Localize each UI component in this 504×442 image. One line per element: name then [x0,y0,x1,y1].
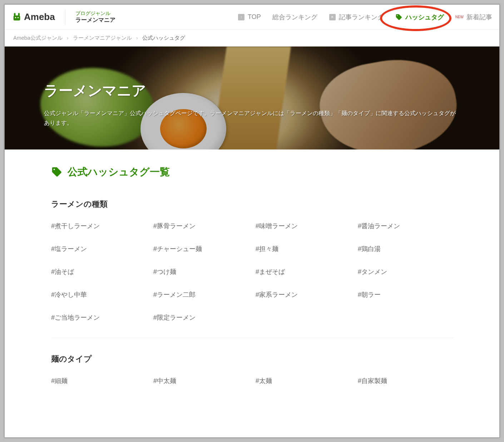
hashtag-link[interactable]: #油そば [51,267,146,276]
nav-overall-ranking[interactable]: 総合ランキング [272,13,317,21]
hero-banner: ラーメンマニア 公式ジャンル「ラーメンマニア」公式ハッシュタグページです。ラーメ… [5,46,499,149]
ameba-mascot-icon [12,12,22,22]
hashtag-link[interactable]: #つけ麺 [153,267,248,276]
svg-rect-2 [18,13,20,16]
new-badge: NEW [455,15,464,19]
tag-icon [51,166,63,178]
section-title-text: 公式ハッシュタグ一覧 [68,165,170,179]
tag-grid: #煮干しラーメン#豚骨ラーメン#味噌ラーメン#醤油ラーメン#塩ラーメン#チャーシ… [51,222,453,322]
hashtag-link[interactable]: #中太麺 [153,377,248,385]
tag-icon [395,14,402,21]
divider [51,338,453,338]
genre-name: ラーメンマニア [75,16,115,24]
tag-grid: #細麺#中太麺#太麺#自家製麺 [51,377,453,385]
genre-label: ブログジャンル [75,10,115,16]
category-title: ラーメンの種類 [51,199,453,210]
hero-title: ラーメンマニア [44,81,460,100]
category-title: 麺のタイプ [51,354,453,364]
hashtag-link[interactable]: #担々麺 [256,245,351,253]
nav-article-ranking[interactable]: ≡ 記事ランキング [329,13,384,21]
nav-top-label: TOP [248,13,261,21]
breadcrumb-current: 公式ハッシュタグ [142,35,185,41]
hashtag-link[interactable]: #限定ラーメン [153,313,248,322]
hashtag-link[interactable]: #まぜそば [256,267,351,276]
genre-block: ブログジャンル ラーメンマニア [75,10,115,24]
hero-content: ラーメンマニア 公式ジャンル「ラーメンマニア」公式ハッシュタグページです。ラーメ… [44,81,460,128]
hashtag-link[interactable]: #自家製麺 [358,377,453,385]
hero-description: 公式ジャンル「ラーメンマニア」公式ハッシュタグページです。ラーメンマニアジャンル… [44,108,460,128]
list-icon: ≡ [329,14,336,21]
nav-new-article[interactable]: NEW 新着記事 [455,13,492,21]
nav-article-ranking-label: 記事ランキング [339,13,384,21]
vertical-divider [65,9,65,25]
hashtag-link[interactable]: #細麺 [51,377,146,385]
section-title: 公式ハッシュタグ一覧 [51,165,453,179]
top-icon: ↑ [238,14,245,21]
hashtag-link[interactable]: #ラーメン二郎 [153,290,248,299]
breadcrumb-sep: › [136,35,138,41]
svg-rect-1 [14,13,16,16]
hashtag-link[interactable]: #味噌ラーメン [256,222,351,230]
breadcrumb-item-2[interactable]: ラーメンマニアジャンル [73,35,132,41]
hashtag-link[interactable]: #醤油ラーメン [358,222,453,230]
svg-rect-0 [14,15,20,20]
hashtag-link[interactable]: #冷やし中華 [51,290,146,299]
svg-point-4 [18,17,19,18]
hashtag-link[interactable]: #煮干しラーメン [51,222,146,230]
hashtag-link[interactable]: #鶏白湯 [358,245,453,253]
nav-hashtag-label: ハッシュタグ [405,13,444,21]
nav-hashtag[interactable]: ハッシュタグ [395,13,444,21]
nav-top[interactable]: ↑ TOP [238,13,261,21]
breadcrumb-sep: › [67,35,69,41]
hashtag-link[interactable]: #タンメン [358,267,453,276]
logo-block: Ameba ブログジャンル ラーメンマニア [12,9,115,25]
brand-name: Ameba [24,11,55,23]
hashtag-link[interactable]: #太麺 [256,377,351,385]
nav-overall-ranking-label: 総合ランキング [272,13,317,21]
breadcrumb-item-1[interactable]: Ameba公式ジャンル [13,35,63,41]
hashtag-link[interactable]: #チャーシュー麺 [153,245,248,253]
hashtag-link[interactable]: #豚骨ラーメン [153,222,248,230]
main-content: 公式ハッシュタグ一覧 ラーメンの種類#煮干しラーメン#豚骨ラーメン#味噌ラーメン… [5,149,499,417]
hashtag-link[interactable]: #塩ラーメン [51,245,146,253]
main-nav: ↑ TOP 総合ランキング ≡ 記事ランキング ハッシュタグ NEW [238,13,492,21]
hashtag-link[interactable]: #朝ラー [358,290,453,299]
hashtag-link[interactable]: #家系ラーメン [256,290,351,299]
breadcrumb: Ameba公式ジャンル › ラーメンマニアジャンル › 公式ハッシュタグ [5,30,499,46]
header-bar: Ameba ブログジャンル ラーメンマニア ↑ TOP 総合ランキング ≡ [5,5,499,30]
hashtag-link[interactable]: #ご当地ラーメン [51,313,146,322]
svg-point-3 [15,17,16,18]
ameba-logo[interactable]: Ameba [12,11,55,23]
nav-new-article-label: 新着記事 [466,13,492,21]
